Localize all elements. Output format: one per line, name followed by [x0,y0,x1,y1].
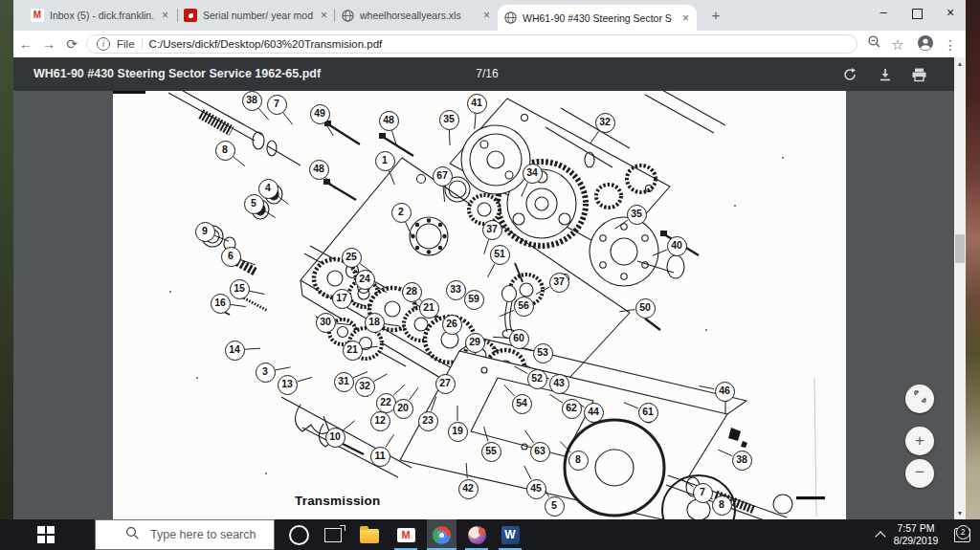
maximize-icon [912,9,923,19]
page-info-icon[interactable]: i [97,37,110,51]
task-view-icon[interactable] [320,519,346,550]
pdf-filename: WH61-90 #430 Steering Sector Service 196… [33,57,321,91]
close-tab-icon[interactable]: × [680,11,691,25]
part-callout: 46 [715,382,735,402]
part-callout: 41 [467,94,487,114]
part-callout: 25 [342,248,362,268]
reload-icon[interactable]: ⟳ [61,33,82,55]
vertical-scrollbar[interactable]: ▲ ▼ [954,57,966,519]
back-icon[interactable]: ← [15,33,36,55]
part-callout: 8 [712,495,732,516]
part-callout: 15 [230,279,250,299]
close-tab-icon[interactable]: × [160,9,170,22]
part-callout: 38 [242,91,262,111]
part-callout: 21 [343,341,363,361]
part-callout: 67 [433,166,453,187]
part-callout: 62 [562,399,582,419]
globe-favicon-icon [503,11,517,25]
window-minimize-button[interactable]: – [867,0,900,27]
action-center-icon[interactable]: 2 [947,519,976,550]
zoom-search-icon[interactable] [863,34,884,55]
file-explorer-icon[interactable] [356,519,383,550]
cortana-icon[interactable] [285,519,312,550]
tab-wheelhorse-xls[interactable]: wheelhorseallyears.xls × [335,0,498,31]
close-tab-icon[interactable]: × [481,9,492,22]
rotate-icon[interactable] [838,63,861,86]
tab-gmail[interactable]: M Inbox (5) - dick.franklin.nc@gma × [25,0,176,31]
download-icon[interactable] [874,63,897,86]
print-icon[interactable] [907,63,930,86]
new-tab-button[interactable]: + [704,4,727,27]
diagram-caption: Transmission [295,494,380,508]
part-callout: 50 [635,298,656,319]
part-callout: 35 [627,205,647,225]
tab-title: wheelhorseallyears.xls [360,10,476,21]
part-callout: 24 [355,270,375,290]
part-callout: 59 [464,290,484,310]
part-callout: 18 [365,313,385,333]
profile-avatar-icon[interactable] [915,34,936,55]
clock-time: 7:57 PM [888,522,944,535]
bookmark-star-icon[interactable]: ☆ [887,34,908,55]
part-callout: 28 [402,282,422,302]
word-icon[interactable]: W [497,519,523,550]
part-callout: 53 [533,343,553,363]
part-callout: 60 [509,329,529,349]
part-callout: 29 [465,333,485,353]
part-callout: 7 [693,483,713,503]
chrome-icon[interactable] [428,519,455,550]
part-callout: 35 [439,110,459,130]
paint3d-icon[interactable] [463,519,490,550]
zoom-in-button[interactable]: + [905,427,934,455]
part-callout: 63 [530,442,550,462]
part-callout: 9 [195,222,215,242]
part-callout: 27 [435,374,456,394]
close-tab-icon[interactable]: × [319,9,329,22]
notification-badge: 2 [956,525,970,539]
forward-icon[interactable]: → [38,33,59,55]
part-callout: 48 [379,111,399,131]
omnibox-url-field[interactable]: i File C:/Users/dickf/Desktop/603%20Tran… [86,34,858,54]
part-callout: 54 [512,394,532,414]
part-callout: 13 [278,375,298,395]
part-callout: 26 [442,315,462,335]
desktop-wallpaper-right [966,0,980,519]
part-callout: 4 [258,179,278,199]
tab-serial-number[interactable]: Serial number/ year model - Pag × [178,0,335,31]
taskbar-search-box[interactable] [95,519,275,550]
part-callout: 56 [514,297,534,317]
pdf-toolbar: WH61-90 #430 Steering Sector Service 196… [13,57,966,91]
browser-menu-dots-icon[interactable]: ⋮ [940,34,961,55]
part-callout: 49 [310,104,330,124]
start-button[interactable] [27,519,65,550]
notification-icon: 2 [954,528,970,542]
window-maximize-button[interactable] [901,0,933,27]
tab-steering-sector-pdf-active[interactable]: WH61-90 #430 Steering Sector S × [498,5,697,31]
tab-title: Serial number/ year model - Pag [203,10,313,21]
windows-logo-icon [37,526,55,543]
zoom-out-button[interactable]: − [905,459,934,488]
scroll-down-icon[interactable]: ▼ [954,507,966,519]
part-callout: 3 [256,363,276,383]
tab-title: Inbox (5) - dick.franklin.nc@gma [50,10,154,21]
page-favicon-icon [184,9,197,22]
scroll-up-icon[interactable]: ▲ [954,57,966,70]
taskbar: M W 7:57 PM 8/29/2019 2 [0,519,980,550]
fit-page-button[interactable] [905,385,934,413]
scrollbar-thumb[interactable] [955,234,965,263]
part-callout: 44 [584,403,604,423]
search-input[interactable] [148,527,277,542]
part-callout: 31 [334,372,354,392]
desktop-wallpaper-left [0,0,13,519]
globe-favicon-icon [341,9,354,22]
gmail-taskbar-icon[interactable]: M [392,519,419,550]
part-callout: 55 [481,442,501,462]
tab-title: WH61-90 #430 Steering Sector S [523,12,675,24]
part-callout: 6 [221,247,241,267]
part-callout: 51 [490,245,510,265]
part-callout: 32 [355,377,375,397]
window-close-button[interactable]: × [934,0,967,27]
taskbar-clock[interactable]: 7:57 PM 8/29/2019 [888,522,944,547]
address-bar: ← → ⟳ i File C:/Users/dickf/Desktop/603%… [13,31,966,57]
part-callout: 19 [448,422,468,442]
